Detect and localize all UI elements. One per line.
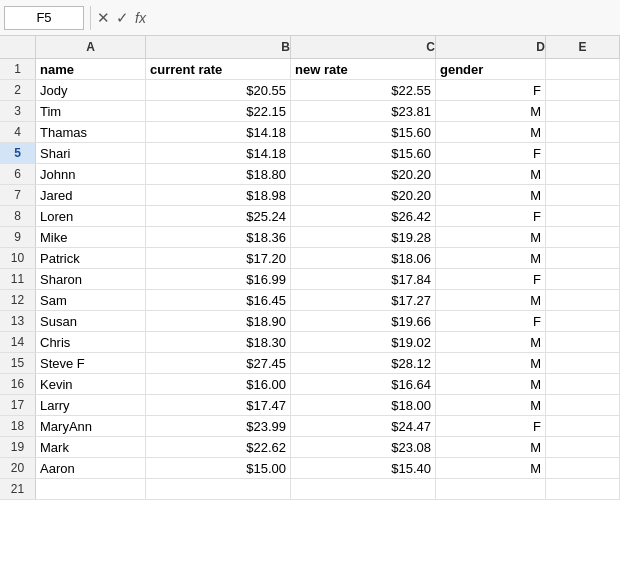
cell-c19[interactable]: $23.08 [291, 437, 436, 457]
cell-a10[interactable]: Patrick [36, 248, 146, 268]
cell-e11[interactable] [546, 269, 620, 289]
cell-e19[interactable] [546, 437, 620, 457]
cell-b7[interactable]: $18.98 [146, 185, 291, 205]
cell-a1[interactable]: name [36, 59, 146, 79]
cell-c10[interactable]: $18.06 [291, 248, 436, 268]
cell-b10[interactable]: $17.20 [146, 248, 291, 268]
cell-e15[interactable] [546, 353, 620, 373]
cell-d5[interactable]: F [436, 143, 546, 163]
cell-e2[interactable] [546, 80, 620, 100]
cell-c5[interactable]: $15.60 [291, 143, 436, 163]
cell-c13[interactable]: $19.66 [291, 311, 436, 331]
cell-c8[interactable]: $26.42 [291, 206, 436, 226]
cell-d11[interactable]: F [436, 269, 546, 289]
cell-d2[interactable]: F [436, 80, 546, 100]
cell-d6[interactable]: M [436, 164, 546, 184]
cell-c12[interactable]: $17.27 [291, 290, 436, 310]
cell-e6[interactable] [546, 164, 620, 184]
cell-e14[interactable] [546, 332, 620, 352]
cell-e8[interactable] [546, 206, 620, 226]
cell-b1[interactable]: current rate [146, 59, 291, 79]
cell-b9[interactable]: $18.36 [146, 227, 291, 247]
cell-b4[interactable]: $14.18 [146, 122, 291, 142]
cell-e21[interactable] [546, 479, 620, 499]
cell-a6[interactable]: Johnn [36, 164, 146, 184]
cell-a15[interactable]: Steve F [36, 353, 146, 373]
cell-d19[interactable]: M [436, 437, 546, 457]
cell-c16[interactable]: $16.64 [291, 374, 436, 394]
cell-a8[interactable]: Loren [36, 206, 146, 226]
cell-b20[interactable]: $15.00 [146, 458, 291, 478]
cell-e13[interactable] [546, 311, 620, 331]
column-header-b[interactable]: B [146, 36, 291, 58]
cell-b19[interactable]: $22.62 [146, 437, 291, 457]
cell-d10[interactable]: M [436, 248, 546, 268]
cell-c18[interactable]: $24.47 [291, 416, 436, 436]
column-header-d[interactable]: D [436, 36, 546, 58]
cell-c1[interactable]: new rate [291, 59, 436, 79]
cell-d18[interactable]: F [436, 416, 546, 436]
cell-e10[interactable] [546, 248, 620, 268]
cell-a21[interactable] [36, 479, 146, 499]
cell-b15[interactable]: $27.45 [146, 353, 291, 373]
cell-e1[interactable] [546, 59, 620, 79]
cell-d14[interactable]: M [436, 332, 546, 352]
cell-a11[interactable]: Sharon [36, 269, 146, 289]
cell-c15[interactable]: $28.12 [291, 353, 436, 373]
cell-e3[interactable] [546, 101, 620, 121]
cell-e20[interactable] [546, 458, 620, 478]
cell-c21[interactable] [291, 479, 436, 499]
formula-input[interactable] [150, 6, 616, 30]
cell-a20[interactable]: Aaron [36, 458, 146, 478]
cell-e4[interactable] [546, 122, 620, 142]
cell-a19[interactable]: Mark [36, 437, 146, 457]
cell-d3[interactable]: M [436, 101, 546, 121]
confirm-icon[interactable]: ✓ [116, 10, 129, 25]
cell-e5[interactable] [546, 143, 620, 163]
cell-a5[interactable]: Shari [36, 143, 146, 163]
cell-reference-box[interactable]: F5 [4, 6, 84, 30]
cell-e18[interactable] [546, 416, 620, 436]
cell-d21[interactable] [436, 479, 546, 499]
cell-a4[interactable]: Thamas [36, 122, 146, 142]
cell-d17[interactable]: M [436, 395, 546, 415]
cell-e7[interactable] [546, 185, 620, 205]
cell-d7[interactable]: M [436, 185, 546, 205]
cell-e12[interactable] [546, 290, 620, 310]
cell-c11[interactable]: $17.84 [291, 269, 436, 289]
column-header-a[interactable]: A [36, 36, 146, 58]
cell-b17[interactable]: $17.47 [146, 395, 291, 415]
cell-b11[interactable]: $16.99 [146, 269, 291, 289]
cell-a3[interactable]: Tim [36, 101, 146, 121]
cell-a17[interactable]: Larry [36, 395, 146, 415]
cell-d20[interactable]: M [436, 458, 546, 478]
cell-b3[interactable]: $22.15 [146, 101, 291, 121]
cell-d16[interactable]: M [436, 374, 546, 394]
cell-a7[interactable]: Jared [36, 185, 146, 205]
cell-a18[interactable]: MaryAnn [36, 416, 146, 436]
cell-b2[interactable]: $20.55 [146, 80, 291, 100]
cell-b21[interactable] [146, 479, 291, 499]
cell-b13[interactable]: $18.90 [146, 311, 291, 331]
cell-d13[interactable]: F [436, 311, 546, 331]
cell-a2[interactable]: Jody [36, 80, 146, 100]
cell-c9[interactable]: $19.28 [291, 227, 436, 247]
cell-d12[interactable]: M [436, 290, 546, 310]
cancel-icon[interactable]: ✕ [97, 10, 110, 25]
column-header-c[interactable]: C [291, 36, 436, 58]
column-header-e[interactable]: E [546, 36, 620, 58]
cell-e16[interactable] [546, 374, 620, 394]
cell-c20[interactable]: $15.40 [291, 458, 436, 478]
cell-d15[interactable]: M [436, 353, 546, 373]
cell-a9[interactable]: Mike [36, 227, 146, 247]
cell-b8[interactable]: $25.24 [146, 206, 291, 226]
cell-d1[interactable]: gender [436, 59, 546, 79]
cell-e17[interactable] [546, 395, 620, 415]
cell-b16[interactable]: $16.00 [146, 374, 291, 394]
cell-c2[interactable]: $22.55 [291, 80, 436, 100]
cell-b18[interactable]: $23.99 [146, 416, 291, 436]
cell-c14[interactable]: $19.02 [291, 332, 436, 352]
cell-c7[interactable]: $20.20 [291, 185, 436, 205]
cell-b14[interactable]: $18.30 [146, 332, 291, 352]
cell-a13[interactable]: Susan [36, 311, 146, 331]
